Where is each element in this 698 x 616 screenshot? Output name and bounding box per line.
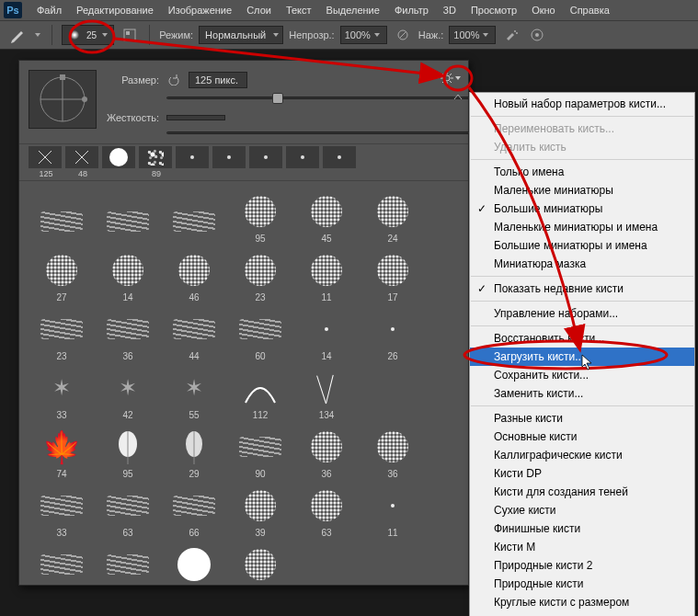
brush-preset-item[interactable]: 55	[161, 540, 227, 585]
brush-preset-item[interactable]: 112	[227, 363, 293, 422]
menu-item[interactable]: Большие миниатюры и имена	[470, 236, 694, 255]
reset-size-icon[interactable]	[166, 73, 181, 87]
brush-preset-item[interactable]: 17	[360, 245, 426, 304]
brush-preset-item[interactable]: 46	[161, 245, 227, 304]
brush-preset-item[interactable]: 66	[161, 481, 227, 540]
brush-preset-item[interactable]: 36	[293, 422, 360, 481]
brush-preset-item[interactable]: 26	[360, 304, 426, 363]
menu-item[interactable]: Восстановить кисти...	[470, 329, 694, 348]
menu-item[interactable]: Управление наборами...	[470, 304, 694, 323]
brush-angle-control[interactable]	[29, 70, 97, 129]
menu-item[interactable]: Круглые кисти с размером	[470, 593, 694, 611]
brush-preset-item[interactable]: 95	[95, 422, 161, 481]
menu-item[interactable]: Выделение	[319, 2, 387, 18]
menu-item[interactable]: Файл	[29, 2, 69, 18]
brush-preset-item[interactable]: ✶42	[95, 363, 161, 422]
menu-item[interactable]: Каллиграфические кисти	[470, 446, 694, 464]
recent-brush-item[interactable]	[176, 146, 211, 178]
menu-item[interactable]: Природные кисти 2	[470, 556, 694, 575]
brush-panel-toggle-icon[interactable]	[120, 25, 140, 45]
menu-item[interactable]: 3D	[436, 2, 463, 18]
brush-preset-item[interactable]	[95, 187, 161, 245]
recent-brush-item[interactable]	[212, 146, 247, 178]
brush-preset-item[interactable]: 45	[293, 187, 360, 245]
gear-icon[interactable]	[441, 70, 461, 86]
brush-preset-item[interactable]: 23	[227, 245, 293, 304]
menu-item[interactable]: Показать недавние кисти	[470, 279, 694, 298]
recent-brush-item[interactable]	[102, 146, 137, 178]
menu-item[interactable]: Разные кисти	[470, 409, 694, 428]
recent-brush-item[interactable]: 89	[139, 146, 174, 178]
brush-preset-item[interactable]: 🍁74	[29, 422, 95, 481]
menu-item[interactable]: Редактирование	[69, 2, 161, 18]
brush-preset-item[interactable]: 134	[293, 363, 360, 422]
menu-item[interactable]: Большие миниатюры	[470, 200, 694, 218]
brush-preset-item[interactable]	[360, 363, 426, 422]
brush-preset-item[interactable]: 39	[29, 540, 95, 585]
menu-item[interactable]: Кисти для создания теней	[470, 483, 694, 501]
recent-brush-item[interactable]: 48	[65, 146, 100, 178]
menu-item[interactable]: Кисти специальных эффектов	[470, 611, 694, 616]
brush-preset-item[interactable]: 14	[293, 304, 360, 363]
brush-preset-item[interactable]: 95	[227, 187, 293, 245]
menu-item[interactable]: Миниатюра мазка	[470, 255, 694, 273]
brush-size-dropdown[interactable]: 25	[62, 25, 114, 45]
brush-tool-icon[interactable]	[7, 25, 28, 45]
menu-item[interactable]: Фильтр	[387, 2, 436, 18]
menu-item[interactable]: Маленькие миниатюры и имена	[470, 218, 694, 236]
brush-preset-item[interactable]	[360, 540, 426, 585]
brush-preset-item[interactable]: 29	[161, 422, 227, 481]
pressure-size-icon[interactable]	[527, 25, 547, 45]
recent-brush-item[interactable]	[323, 146, 358, 178]
brush-preset-item[interactable]: 24	[360, 187, 426, 245]
brush-preset-item[interactable]: 39	[227, 481, 293, 540]
brush-preset-item[interactable]: 60	[227, 304, 293, 363]
recent-brush-item[interactable]	[249, 146, 284, 178]
brush-preset-item[interactable]: ✶55	[161, 363, 227, 422]
brush-preset-item[interactable]: 27	[29, 245, 95, 304]
menu-item[interactable]: Кисти DP	[470, 464, 694, 483]
brush-preset-item[interactable]: 36	[95, 304, 161, 363]
menu-item[interactable]: Маленькие миниатюры	[470, 181, 694, 200]
menu-item[interactable]: Основные кисти	[470, 428, 694, 446]
brush-preset-item[interactable]: 14	[95, 245, 161, 304]
pressure-opacity-icon[interactable]	[393, 25, 413, 45]
menu-item[interactable]: Изображение	[161, 2, 239, 18]
brush-preset-item[interactable]: 90	[227, 422, 293, 481]
brush-preset-item[interactable]: 63	[293, 481, 360, 540]
brush-preset-item[interactable]: 44	[161, 304, 227, 363]
recent-brush-item[interactable]: 125	[29, 146, 63, 178]
menu-item[interactable]: Текст	[279, 2, 319, 18]
menu-item[interactable]: Новый набор параметров кисти...	[470, 95, 694, 113]
brush-preset-item[interactable]: 11	[293, 245, 360, 304]
recent-brush-item[interactable]	[286, 146, 321, 178]
brush-preset-item[interactable]: 33	[29, 481, 95, 540]
menu-item[interactable]: Кисти M	[470, 538, 694, 556]
menu-item[interactable]: Природные кисти	[470, 575, 694, 593]
size-field[interactable]: 125 пикс.	[189, 72, 247, 88]
opacity-input[interactable]: 100%	[340, 26, 387, 44]
menu-item[interactable]: Окно	[524, 2, 563, 18]
menu-item[interactable]: Справка	[563, 2, 617, 18]
airbrush-icon[interactable]	[501, 25, 521, 45]
tool-dropdown-arrow[interactable]	[33, 31, 42, 39]
hardness-slider[interactable]	[166, 127, 520, 140]
menu-item[interactable]: Просмотр	[463, 2, 524, 18]
brush-preset-item[interactable]: 100	[227, 540, 293, 585]
size-slider[interactable]	[166, 92, 520, 105]
brush-preset-item[interactable]	[293, 540, 360, 585]
menu-item[interactable]: Только имена	[470, 163, 694, 181]
menu-item[interactable]: Слои	[239, 2, 279, 18]
hardness-field[interactable]	[166, 115, 225, 120]
blend-mode-select[interactable]: Нормальный	[199, 26, 283, 44]
panel-collapse-icon[interactable]	[453, 92, 464, 103]
brush-preset-item[interactable]: 23	[29, 304, 95, 363]
menu-item[interactable]: Сухие кисти	[470, 501, 694, 519]
brush-presets-grid[interactable]: 954524271446231117233644601426✶33✶42✶551…	[19, 180, 468, 585]
brush-preset-item[interactable]: 48	[95, 540, 161, 585]
brush-preset-item[interactable]: 63	[95, 481, 161, 540]
brush-preset-item[interactable]: 11	[360, 481, 426, 540]
menu-item[interactable]: Заменить кисти...	[470, 384, 694, 403]
brush-preset-item[interactable]: ✶33	[29, 363, 95, 422]
menu-item[interactable]: Финишные кисти	[470, 519, 694, 538]
